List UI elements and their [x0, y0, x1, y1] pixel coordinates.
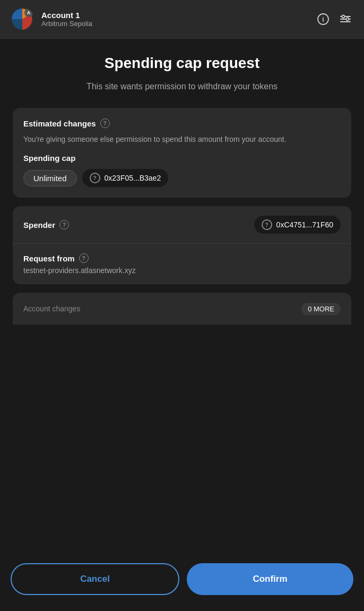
partial-card: Account changes 0 MORE	[13, 293, 351, 325]
token-address-help-icon[interactable]: ?	[90, 173, 100, 183]
amount-badge: Unlimited	[23, 170, 77, 186]
svg-text:i: i	[322, 16, 324, 23]
spender-row: Spender ? ? 0xC4751...71F60	[13, 206, 351, 244]
footer: Cancel Confirm	[0, 555, 364, 611]
spender-help-icon[interactable]: ?	[59, 220, 69, 230]
account-name: Account 1	[41, 11, 308, 20]
svg-point-5	[342, 15, 345, 18]
main-content: Spending cap request This site wants per…	[0, 39, 364, 555]
spending-cap-row: Unlimited ? 0x23F05...B3ae2	[23, 169, 341, 187]
estimated-changes-help-icon[interactable]: ?	[100, 118, 110, 128]
partial-card-text: Account changes	[23, 304, 80, 313]
estimated-changes-description: You're giving someone else permission to…	[23, 133, 341, 145]
svg-point-6	[346, 18, 349, 21]
request-from-url: testnet-providers.atlasnetwork.xyz	[23, 266, 341, 275]
request-from-help-icon[interactable]: ?	[79, 253, 89, 263]
network-name: Arbitrum Sepolia	[41, 20, 308, 28]
spending-cap-label: Spending cap	[23, 154, 341, 163]
spender-label: Spender ?	[23, 220, 69, 230]
avatar[interactable]: A	[11, 7, 34, 31]
estimated-changes-title: Estimated changes ?	[23, 118, 341, 128]
cancel-button[interactable]: Cancel	[11, 563, 179, 595]
settings-icon[interactable]	[337, 11, 353, 27]
confirm-button[interactable]: Confirm	[187, 563, 353, 595]
info-icon[interactable]: i	[315, 11, 331, 27]
request-from-section: Request from ? testnet-providers.atlasne…	[13, 244, 351, 284]
account-info: Account 1 Arbitrum Sepolia	[41, 11, 308, 28]
page-subtitle: This site wants permission to withdraw y…	[13, 80, 351, 93]
spender-address-help-icon[interactable]: ?	[262, 219, 272, 230]
header: A Account 1 Arbitrum Sepolia i	[0, 0, 364, 39]
header-icons: i	[315, 11, 353, 27]
estimated-changes-card: Estimated changes ? You're giving someon…	[13, 108, 351, 198]
spender-address-badge: ? 0xC4751...71F60	[254, 216, 341, 234]
partial-card-badge: 0 MORE	[301, 303, 341, 315]
avatar-letter: A	[24, 9, 33, 17]
page-title: Spending cap request	[13, 55, 351, 72]
token-address-badge: ? 0x23F05...B3ae2	[82, 169, 169, 187]
spender-card: Spender ? ? 0xC4751...71F60 Request from…	[13, 206, 351, 284]
request-from-label: Request from ?	[23, 253, 341, 263]
